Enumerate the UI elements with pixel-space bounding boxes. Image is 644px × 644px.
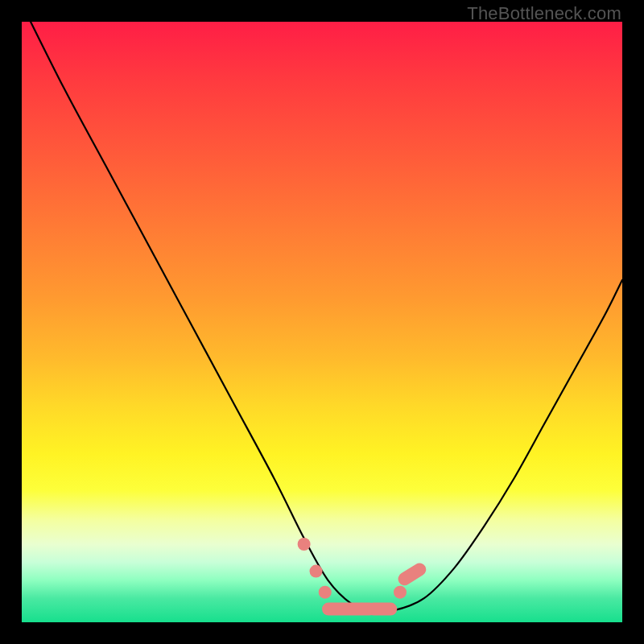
curve-marker-dot	[310, 565, 323, 578]
curve-marker-dot	[394, 586, 407, 599]
curve-marker-dot	[319, 586, 332, 599]
bottleneck-curve	[22, 4, 622, 612]
chart-frame: TheBottleneck.com	[0, 0, 644, 644]
curve-markers	[298, 538, 429, 616]
curve-marker-bar	[367, 603, 397, 616]
watermark-text: TheBottleneck.com	[467, 3, 621, 24]
curve-svg	[22, 22, 622, 622]
curve-marker-dot	[298, 538, 311, 551]
curve-marker-pill	[396, 560, 429, 588]
plot-area	[22, 22, 622, 622]
